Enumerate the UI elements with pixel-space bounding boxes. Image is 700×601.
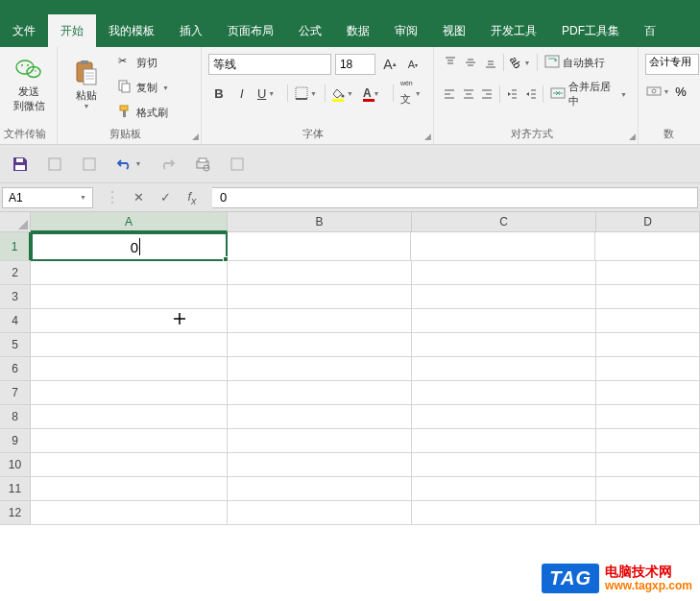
cell-C7[interactable] — [412, 381, 596, 404]
fill-color-button[interactable]: ▼ — [329, 83, 358, 104]
cancel-formula-button[interactable]: ✕ — [130, 189, 147, 206]
tab-home[interactable]: 开始 — [48, 14, 96, 47]
percent-button[interactable]: % — [671, 82, 690, 101]
cell-A3[interactable] — [31, 285, 228, 308]
formula-input[interactable]: 0 — [212, 187, 698, 208]
cell-B12[interactable] — [228, 501, 412, 524]
undo-button[interactable]: ▼ — [113, 154, 144, 175]
enter-formula-button[interactable]: ✓ — [157, 189, 174, 206]
col-header-C[interactable]: C — [412, 212, 596, 231]
row-header-6[interactable]: 6 — [0, 357, 31, 380]
font-color-button[interactable]: A ▼ — [360, 83, 389, 104]
cell-C1[interactable] — [411, 232, 595, 260]
accounting-button[interactable]: ▼ — [645, 82, 670, 101]
font-size-select[interactable] — [335, 54, 375, 75]
cell-D4[interactable] — [596, 309, 700, 332]
cell-B1[interactable] — [227, 232, 411, 260]
cell-D5[interactable] — [596, 333, 700, 356]
row-header-9[interactable]: 9 — [0, 429, 31, 452]
align-bottom-button[interactable] — [481, 53, 500, 72]
paste-button[interactable]: 粘贴 ▼ — [62, 50, 110, 119]
cell-C10[interactable] — [412, 453, 596, 476]
cell-D9[interactable] — [596, 429, 700, 452]
decrease-indent-button[interactable] — [503, 84, 521, 104]
cell-B5[interactable] — [228, 333, 412, 356]
cell-D3[interactable] — [596, 285, 700, 308]
clipboard-launcher[interactable]: ◢ — [192, 132, 199, 141]
decrease-font-button[interactable]: A▾ — [402, 54, 423, 75]
tab-data[interactable]: 数据 — [334, 14, 382, 47]
cell-A5[interactable] — [31, 333, 228, 356]
increase-indent-button[interactable] — [521, 84, 540, 104]
col-header-B[interactable]: B — [228, 212, 412, 231]
row-header-3[interactable]: 3 — [0, 285, 31, 308]
tab-pdf[interactable]: PDF工具集 — [549, 14, 632, 47]
cut-button[interactable]: ✂ 剪切 — [114, 53, 173, 72]
align-top-button[interactable] — [441, 53, 460, 72]
cell-A11[interactable] — [31, 477, 228, 500]
cell-A4[interactable] — [31, 309, 228, 332]
row-header-8[interactable]: 8 — [0, 405, 31, 428]
active-cell-overlay[interactable]: 0 — [31, 232, 228, 261]
bold-button[interactable]: B — [208, 83, 229, 104]
italic-button[interactable]: I — [231, 83, 253, 104]
print-preview-button[interactable] — [192, 154, 213, 175]
cell-B9[interactable] — [228, 429, 412, 452]
border-button[interactable]: ▼ — [292, 83, 321, 104]
cell-C4[interactable] — [412, 309, 596, 332]
cell-A7[interactable] — [31, 381, 228, 404]
format-painter-button[interactable]: 格式刷 — [114, 103, 173, 122]
row-header-11[interactable]: 11 — [0, 477, 31, 500]
send-to-wechat-button[interactable]: 发送 到微信 — [5, 50, 53, 119]
select-all-corner[interactable] — [0, 212, 31, 231]
cell-D11[interactable] — [596, 477, 700, 500]
cell-B10[interactable] — [228, 453, 412, 476]
qat-blank3[interactable] — [227, 154, 248, 175]
qat-blank2[interactable] — [79, 154, 100, 175]
col-header-A[interactable]: A — [31, 212, 228, 232]
row-header-5[interactable]: 5 — [0, 333, 31, 356]
save-button[interactable] — [10, 154, 31, 175]
cell-A6[interactable] — [31, 357, 228, 380]
merge-center-button[interactable]: 合并后居中▼ — [546, 78, 631, 110]
cell-B8[interactable] — [228, 405, 412, 428]
row-header-1[interactable]: 1 — [0, 232, 31, 260]
orientation-button[interactable]: ab▼ — [507, 53, 534, 72]
row-header-12[interactable]: 12 — [0, 501, 31, 524]
underline-button[interactable]: U▼ — [254, 83, 283, 104]
cell-A10[interactable] — [31, 453, 228, 476]
row-header-4[interactable]: 4 — [0, 309, 31, 332]
tab-view[interactable]: 视图 — [430, 14, 478, 47]
name-box[interactable]: A1 ▼ — [2, 187, 93, 208]
tab-devtools[interactable]: 开发工具 — [478, 14, 549, 47]
fill-handle[interactable] — [223, 256, 229, 262]
cell-D7[interactable] — [596, 381, 700, 404]
cell-B6[interactable] — [228, 357, 412, 380]
cell-A8[interactable] — [31, 405, 228, 428]
col-header-D[interactable]: D — [596, 212, 700, 231]
align-middle-button[interactable] — [461, 53, 480, 72]
cell-D8[interactable] — [596, 405, 700, 428]
cell-A2[interactable] — [31, 261, 228, 284]
cell-C8[interactable] — [412, 405, 596, 428]
number-format-select[interactable]: 会计专用 — [645, 54, 699, 75]
align-left-button[interactable] — [441, 84, 459, 104]
cell-A9[interactable] — [31, 429, 228, 452]
wrap-text-button[interactable]: 自动换行 — [541, 53, 609, 72]
cell-B7[interactable] — [228, 381, 412, 404]
tab-review[interactable]: 审阅 — [382, 14, 430, 47]
tab-templates[interactable]: 我的模板 — [96, 14, 167, 47]
cell-C2[interactable] — [412, 261, 596, 284]
redo-button[interactable] — [157, 154, 179, 175]
cell-B11[interactable] — [228, 477, 412, 500]
cell-D12[interactable] — [596, 501, 700, 524]
cell-C9[interactable] — [412, 429, 596, 452]
tab-file[interactable]: 文件 — [0, 14, 48, 47]
cell-C12[interactable] — [412, 501, 596, 524]
cell-B3[interactable] — [228, 285, 412, 308]
align-launcher[interactable]: ◢ — [629, 132, 636, 141]
row-header-10[interactable]: 10 — [0, 453, 31, 476]
insert-function-button[interactable]: fx — [183, 189, 201, 206]
align-right-button[interactable] — [478, 84, 496, 104]
font-name-select[interactable] — [208, 54, 331, 75]
